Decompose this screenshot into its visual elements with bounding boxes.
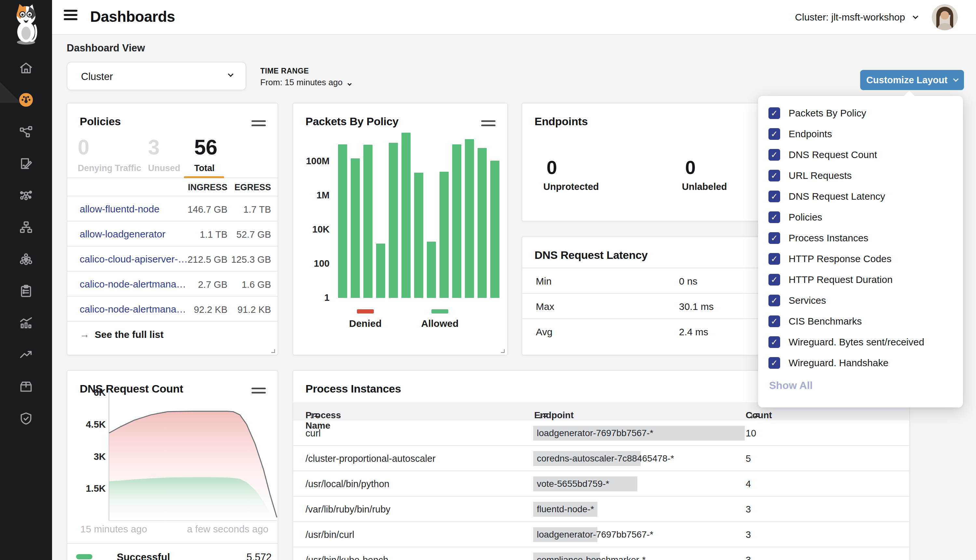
sort-icon: ↓= xyxy=(749,410,759,420)
packets-bar-chart: 110010K1M100MDeniedAllowed xyxy=(293,103,507,355)
sidebar-item-security[interactable] xyxy=(18,411,33,426)
dashboard-view-select[interactable]: Cluster xyxy=(67,62,246,90)
customize-menu-item-label: Wireguard. Handshake xyxy=(789,357,889,368)
count-cell: 3 xyxy=(746,530,751,540)
count-cell: 10 xyxy=(746,428,756,439)
dns-legend-swatch xyxy=(76,554,92,559)
sidebar-item-trends[interactable] xyxy=(18,347,33,362)
policy-name-link[interactable]: allow-loadgenerator xyxy=(80,228,165,240)
sidebar-item-policies[interactable] xyxy=(18,156,33,171)
show-all-link[interactable]: Show All xyxy=(769,380,812,392)
legend-swatch xyxy=(357,309,374,313)
checkbox-checked-icon[interactable]: ✓ xyxy=(768,336,780,348)
card-title: Endpoints xyxy=(534,115,588,128)
latency-value: 30.1 ms xyxy=(679,301,714,312)
policy-name-link[interactable]: calico-node-alertmana… xyxy=(80,279,186,290)
packets-bar xyxy=(351,158,360,298)
customize-menu-item[interactable]: ✓DNS Request Count xyxy=(758,144,963,165)
y-axis-tick-label: 100 xyxy=(293,258,330,269)
customize-menu-item[interactable]: ✓HTTP Response Codes xyxy=(758,248,963,269)
policy-egress-value: 125.3 GB xyxy=(231,254,271,265)
customize-menu-item[interactable]: ✓HTTP Request Duration xyxy=(758,269,963,290)
process-name-cell: /var/lib/ruby/bin/ruby xyxy=(305,504,390,515)
stat-unlabeled: 0 Unlabeled xyxy=(682,157,727,192)
time-range-select[interactable]: From: 15 minutes ago xyxy=(260,77,351,87)
checkbox-checked-icon[interactable]: ✓ xyxy=(768,170,780,182)
process-table-row: /cluster-proportional-autoscalercoredns-… xyxy=(293,446,909,471)
sidebar-item-tiers[interactable] xyxy=(18,220,33,235)
avatar-photo xyxy=(932,4,958,30)
checkbox-checked-icon[interactable]: ✓ xyxy=(768,190,780,202)
user-avatar[interactable] xyxy=(932,4,958,30)
customize-menu-item[interactable]: ✓CIS Benchmarks xyxy=(758,311,963,332)
customize-layout-button[interactable]: Customize Layout xyxy=(860,70,964,90)
checkbox-checked-icon[interactable]: ✓ xyxy=(768,232,780,244)
stat-tab-unused[interactable]: 3 Unused xyxy=(148,136,180,173)
resize-handle-icon[interactable] xyxy=(499,347,505,353)
sort-icon: ↓= xyxy=(309,410,319,420)
customize-menu-item[interactable]: ✓Endpoints xyxy=(758,123,963,144)
packets-bar xyxy=(338,144,347,298)
customize-menu-item[interactable]: ✓Packets By Policy xyxy=(758,103,963,123)
policy-ingress-value: 1.1 TB xyxy=(200,229,227,240)
stat-tab-total[interactable]: 56 Total xyxy=(194,136,217,173)
process-table-row: /usr/bin/kube-benchcompliance-benchmarke… xyxy=(293,547,909,560)
checkbox-checked-icon[interactable]: ✓ xyxy=(768,315,780,327)
checkbox-checked-icon[interactable]: ✓ xyxy=(768,128,780,140)
packets-bar xyxy=(402,133,410,298)
sidebar-item-endpoints[interactable] xyxy=(18,252,33,267)
checkbox-checked-icon[interactable]: ✓ xyxy=(768,295,780,306)
policy-name-link[interactable]: calico-cloud-apiserver-… xyxy=(80,254,188,265)
sidebar-item-statistics[interactable] xyxy=(18,315,33,330)
customize-menu-item-label: DNS Request Count xyxy=(789,149,877,160)
chevron-down-icon xyxy=(228,72,234,77)
customize-menu-item-label: HTTP Response Codes xyxy=(789,253,891,264)
sidebar-item-service-graph[interactable] xyxy=(18,124,33,139)
sidebar-item-manage[interactable] xyxy=(18,379,33,394)
customize-menu-item[interactable]: ✓Wireguard. Bytes sent/received xyxy=(758,332,963,353)
customize-menu-item[interactable]: ✓Process Instances xyxy=(758,228,963,248)
checkbox-checked-icon[interactable]: ✓ xyxy=(768,357,780,369)
drag-handle-icon[interactable] xyxy=(252,120,266,129)
checkbox-checked-icon[interactable]: ✓ xyxy=(768,149,780,161)
customize-menu-item[interactable]: ✓Wireguard. Handshake xyxy=(758,353,963,373)
card-title: Process Instances xyxy=(305,382,401,395)
customize-menu-item[interactable]: ✓Policies xyxy=(758,207,963,228)
column-header-ingress[interactable]: INGRESS xyxy=(188,182,227,193)
y-axis-tick-label: 10K xyxy=(293,224,330,235)
column-header-egress[interactable]: EGRESS xyxy=(234,182,271,193)
page-title: Dashboards xyxy=(90,8,175,25)
sidebar-item-dashboards[interactable] xyxy=(18,92,33,107)
stat-value: 0 xyxy=(547,157,599,178)
checkbox-checked-icon[interactable]: ✓ xyxy=(768,212,780,223)
customize-layout-label: Customize Layout xyxy=(866,75,948,85)
arrow-right-icon: → xyxy=(80,329,90,340)
checkbox-checked-icon[interactable]: ✓ xyxy=(768,253,780,265)
resize-handle-icon[interactable] xyxy=(269,347,275,353)
policy-egress-value: 1.6 GB xyxy=(242,279,271,290)
stat-tab-denying-traffic[interactable]: 0 Denying Traffic xyxy=(78,136,141,173)
checkbox-checked-icon[interactable]: ✓ xyxy=(768,107,780,119)
menu-hamburger-icon[interactable] xyxy=(64,10,77,23)
count-cell: 3 xyxy=(746,555,751,560)
cluster-switcher[interactable]: Cluster: jlt-msft-workshop xyxy=(795,12,918,23)
see-full-list-link[interactable]: → See the full list xyxy=(67,321,277,346)
sidebar-item-home[interactable] xyxy=(18,60,33,75)
policy-name-link[interactable]: allow-fluentd-node xyxy=(80,203,159,215)
policy-name-link[interactable]: calico-node-alertmana… xyxy=(80,304,186,315)
sidebar-item-compliance[interactable] xyxy=(18,283,33,298)
packets-bar xyxy=(364,145,372,298)
customize-menu-item[interactable]: ✓DNS Request Latency xyxy=(758,186,963,207)
checkbox-checked-icon[interactable]: ✓ xyxy=(768,274,780,285)
customize-menu-item[interactable]: ✓Services xyxy=(758,290,963,311)
process-table-row: /var/lib/ruby/bin/rubyfluentd-node-*3 xyxy=(293,497,909,522)
sidebar-item-network[interactable] xyxy=(18,188,33,203)
customize-menu-item[interactable]: ✓URL Requests xyxy=(758,165,963,186)
chevron-down-icon xyxy=(913,14,918,19)
endpoint-cell: coredns-autoscaler-7c88465478-* xyxy=(537,453,674,464)
y-axis-tick-label: 1M xyxy=(293,190,330,201)
endpoint-cell: fluentd-node-* xyxy=(537,504,594,515)
latency-label: Min xyxy=(536,276,551,287)
legend-row-successful: Successful 5,572 xyxy=(67,543,277,560)
process-name-cell: /usr/bin/kube-bench xyxy=(305,555,389,560)
